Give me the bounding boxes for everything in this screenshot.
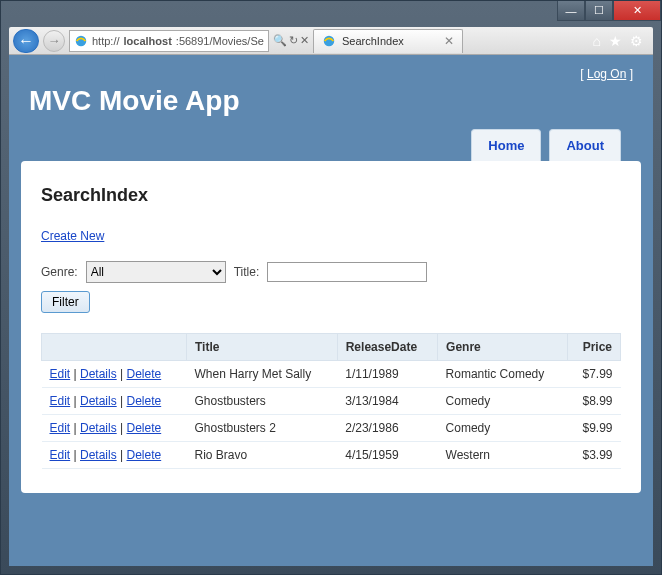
cell-genre: Western	[438, 442, 568, 469]
table-row: Edit | Details | DeleteGhostbusters 22/2…	[42, 415, 621, 442]
ie-icon	[322, 34, 336, 48]
cell-genre: Comedy	[438, 415, 568, 442]
app-title: MVC Movie App	[29, 85, 633, 117]
table-row: Edit | Details | DeleteRio Bravo4/15/195…	[42, 442, 621, 469]
address-bar[interactable]: http://localhost:56891/Movies/Se	[69, 30, 269, 52]
col-genre: Genre	[438, 334, 568, 361]
tab-close-icon[interactable]: ✕	[444, 34, 454, 48]
favorites-icon[interactable]: ★	[609, 33, 622, 49]
window-frame: — ☐ ✕ ← → http://localhost:56891/Movies/…	[0, 0, 662, 575]
cell-title: Ghostbusters 2	[187, 415, 338, 442]
delete-link[interactable]: Delete	[127, 448, 162, 462]
cell-title: Rio Bravo	[187, 442, 338, 469]
cell-price: $3.99	[568, 442, 621, 469]
cell-price: $9.99	[568, 415, 621, 442]
back-button[interactable]: ←	[13, 29, 39, 53]
bracket-right: ]	[626, 67, 633, 81]
cell-actions: Edit | Details | Delete	[42, 415, 187, 442]
genre-label: Genre:	[41, 265, 78, 279]
cell-genre: Romantic Comedy	[438, 361, 568, 388]
details-link[interactable]: Details	[80, 367, 117, 381]
movies-table: Title ReleaseDate Genre Price Edit | Det…	[41, 333, 621, 469]
filter-button[interactable]: Filter	[41, 291, 90, 313]
browser-tab[interactable]: SearchIndex ✕	[313, 29, 463, 53]
content-panel: SearchIndex Create New Genre: All Title:…	[21, 161, 641, 493]
cell-release: 3/13/1984	[337, 388, 437, 415]
page-heading: SearchIndex	[41, 185, 621, 206]
url-rest: :56891/Movies/Se	[176, 35, 264, 47]
cell-actions: Edit | Details | Delete	[42, 442, 187, 469]
table-row: Edit | Details | DeleteGhostbusters3/13/…	[42, 388, 621, 415]
logon-area: [ Log On ]	[29, 67, 633, 81]
table-header-row: Title ReleaseDate Genre Price	[42, 334, 621, 361]
cell-release: 4/15/1959	[337, 442, 437, 469]
stop-icon[interactable]: ✕	[300, 34, 309, 47]
page-header: [ Log On ] MVC Movie App Home About	[9, 55, 653, 161]
table-row: Edit | Details | DeleteWhen Harry Met Sa…	[42, 361, 621, 388]
bracket-left: [	[580, 67, 587, 81]
cell-title: Ghostbusters	[187, 388, 338, 415]
cell-release: 1/11/1989	[337, 361, 437, 388]
col-title: Title	[187, 334, 338, 361]
edit-link[interactable]: Edit	[50, 394, 71, 408]
delete-link[interactable]: Delete	[127, 394, 162, 408]
title-input[interactable]	[267, 262, 427, 282]
minimize-button[interactable]: —	[557, 1, 585, 21]
filter-row: Genre: All Title:	[41, 261, 621, 283]
cell-price: $7.99	[568, 361, 621, 388]
genre-select[interactable]: All	[86, 261, 226, 283]
titlebar: — ☐ ✕	[1, 1, 661, 27]
nav-home[interactable]: Home	[471, 129, 541, 161]
delete-link[interactable]: Delete	[127, 421, 162, 435]
url-prefix: http://	[92, 35, 120, 47]
ie-icon	[74, 34, 88, 48]
title-label: Title:	[234, 265, 260, 279]
edit-link[interactable]: Edit	[50, 448, 71, 462]
search-icon[interactable]: 🔍	[273, 34, 287, 47]
tab-strip: SearchIndex ✕	[313, 29, 583, 53]
page-viewport: [ Log On ] MVC Movie App Home About Sear…	[9, 55, 653, 566]
logon-link[interactable]: Log On	[587, 67, 626, 81]
home-icon[interactable]: ⌂	[593, 33, 601, 49]
details-link[interactable]: Details	[80, 448, 117, 462]
browser-toolbar: ← → http://localhost:56891/Movies/Se 🔍 ↻…	[9, 27, 653, 55]
edit-link[interactable]: Edit	[50, 421, 71, 435]
window-controls: — ☐ ✕	[557, 1, 661, 21]
maximize-button[interactable]: ☐	[585, 1, 613, 21]
cell-actions: Edit | Details | Delete	[42, 361, 187, 388]
cell-title: When Harry Met Sally	[187, 361, 338, 388]
main-nav: Home About	[29, 129, 633, 161]
details-link[interactable]: Details	[80, 394, 117, 408]
url-action-icons: 🔍 ↻ ✕	[273, 34, 309, 47]
col-price: Price	[568, 334, 621, 361]
delete-link[interactable]: Delete	[127, 367, 162, 381]
cell-price: $8.99	[568, 388, 621, 415]
cell-actions: Edit | Details | Delete	[42, 388, 187, 415]
url-host: localhost	[124, 35, 172, 47]
create-new-link[interactable]: Create New	[41, 229, 104, 243]
tab-title: SearchIndex	[342, 35, 404, 47]
toolbar-right-icons: ⌂ ★ ⚙	[587, 33, 649, 49]
col-release: ReleaseDate	[337, 334, 437, 361]
details-link[interactable]: Details	[80, 421, 117, 435]
nav-about[interactable]: About	[549, 129, 621, 161]
refresh-icon[interactable]: ↻	[289, 34, 298, 47]
edit-link[interactable]: Edit	[50, 367, 71, 381]
cell-genre: Comedy	[438, 388, 568, 415]
forward-button[interactable]: →	[43, 30, 65, 52]
gear-icon[interactable]: ⚙	[630, 33, 643, 49]
close-button[interactable]: ✕	[613, 1, 661, 21]
col-actions	[42, 334, 187, 361]
cell-release: 2/23/1986	[337, 415, 437, 442]
